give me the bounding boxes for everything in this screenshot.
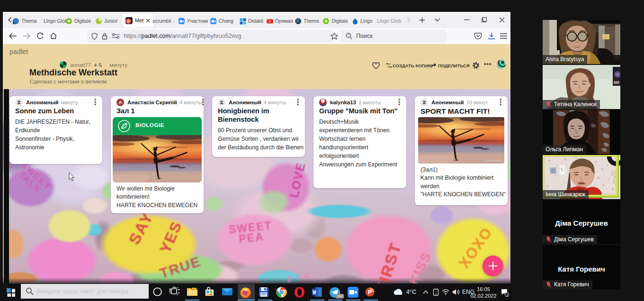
svg-text:CopyBit Stock 49401-06: CopyBit Stock 49401-06 — [486, 160, 503, 162]
svg-text:1: 1 — [506, 293, 509, 297]
